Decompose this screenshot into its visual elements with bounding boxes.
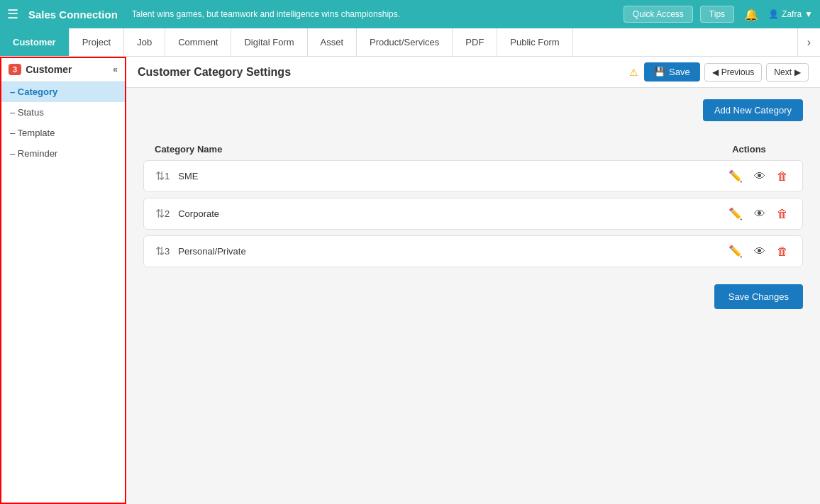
menu-icon[interactable]: ☰ bbox=[7, 6, 18, 22]
sidebar-title: Customer bbox=[26, 64, 72, 75]
tab-bar: Customer Project Job Comment Digital For… bbox=[0, 28, 820, 57]
tab-public-form[interactable]: Public Form bbox=[497, 28, 572, 56]
next-button[interactable]: Next ▶ bbox=[766, 63, 809, 82]
row-name-2: Corporate bbox=[178, 208, 734, 219]
tab-pdf[interactable]: PDF bbox=[453, 28, 497, 56]
sidebar-item-template[interactable]: – Template bbox=[1, 123, 125, 143]
previous-button[interactable]: ◀ Previous bbox=[704, 63, 763, 82]
tab-digital-form[interactable]: Digital Form bbox=[231, 28, 307, 56]
sidebar-badge: 3 bbox=[9, 64, 21, 75]
tagline: Talent wins games, but teamwork and inte… bbox=[132, 9, 616, 19]
save-label: Save bbox=[669, 67, 690, 77]
view-button-2[interactable]: 👁 bbox=[751, 206, 768, 222]
delete-button-3[interactable]: 🗑 bbox=[774, 244, 791, 259]
sidebar-item-reminder[interactable]: – Reminder bbox=[1, 143, 125, 164]
row-actions-2: ✏️ 👁 🗑 bbox=[734, 206, 791, 222]
user-menu[interactable]: 👤 Zafra ▼ bbox=[768, 9, 813, 19]
tab-project[interactable]: Project bbox=[70, 28, 124, 56]
tab-arrow-right[interactable]: › bbox=[797, 28, 820, 56]
brand-logo: Sales Connection bbox=[28, 9, 118, 21]
page-title: Customer Category Settings bbox=[138, 66, 624, 79]
quick-access-button[interactable]: Quick Access bbox=[624, 6, 693, 23]
content-area: Customer Category Settings ⚠ 💾 Save ◀ Pr… bbox=[126, 57, 820, 504]
edit-button-1[interactable]: ✏️ bbox=[726, 168, 746, 184]
tab-customer[interactable]: Customer bbox=[0, 28, 70, 56]
row-number-3: 3 bbox=[165, 246, 170, 257]
next-arrow-icon: ▶ bbox=[794, 67, 801, 77]
sort-arrows-2[interactable]: ⇅ bbox=[155, 207, 165, 220]
tab-product-services[interactable]: Product/Services bbox=[357, 28, 453, 56]
previous-label: Previous bbox=[721, 67, 755, 77]
edit-button-2[interactable]: ✏️ bbox=[726, 206, 746, 222]
row-number-2: 2 bbox=[165, 208, 170, 219]
delete-button-1[interactable]: 🗑 bbox=[774, 169, 791, 184]
row-number-1: 1 bbox=[165, 171, 170, 181]
next-label: Next bbox=[774, 67, 792, 77]
column-header-name: Category Name bbox=[155, 144, 707, 155]
content-header: Customer Category Settings ⚠ 💾 Save ◀ Pr… bbox=[126, 57, 820, 88]
sidebar-collapse-button[interactable]: « bbox=[113, 65, 118, 74]
sidebar-item-category[interactable]: – Category bbox=[1, 82, 125, 102]
tab-comment[interactable]: Comment bbox=[165, 28, 231, 56]
hint-icon: ⚠ bbox=[629, 67, 638, 78]
table-row: ⇅ 2 Corporate ✏️ 👁 🗑 bbox=[143, 198, 803, 230]
save-icon: 💾 bbox=[654, 67, 665, 77]
view-button-1[interactable]: 👁 bbox=[751, 169, 768, 184]
add-new-category-button[interactable]: Add New Category bbox=[703, 99, 803, 121]
tips-button[interactable]: Tips bbox=[700, 6, 734, 23]
sidebar-header: 3 Customer « bbox=[1, 58, 125, 82]
prev-arrow-icon: ◀ bbox=[712, 67, 719, 77]
sidebar: 3 Customer « – Category – Status – Templ… bbox=[0, 57, 126, 504]
header-actions: 💾 Save ◀ Previous Next ▶ bbox=[644, 62, 809, 82]
top-navigation: ☰ Sales Connection Talent wins games, bu… bbox=[0, 0, 820, 28]
tab-asset[interactable]: Asset bbox=[308, 28, 358, 56]
row-actions-3: ✏️ 👁 🗑 bbox=[734, 243, 791, 259]
content-body: Add New Category Category Name Actions ⇅… bbox=[126, 88, 820, 504]
table-row: ⇅ 3 Personal/Private ✏️ 👁 🗑 bbox=[143, 235, 803, 267]
user-name: Zafra bbox=[782, 9, 802, 19]
user-avatar-icon: 👤 bbox=[768, 9, 779, 19]
sort-arrows-3[interactable]: ⇅ bbox=[155, 245, 165, 258]
row-name-3: Personal/Private bbox=[178, 246, 734, 257]
save-changes-button[interactable]: Save Changes bbox=[714, 284, 803, 309]
sort-arrows-1[interactable]: ⇅ bbox=[155, 169, 165, 183]
table-row: ⇅ 1 SME ✏️ 👁 🗑 bbox=[143, 160, 803, 192]
edit-button-3[interactable]: ✏️ bbox=[726, 243, 746, 259]
view-button-3[interactable]: 👁 bbox=[751, 244, 768, 259]
delete-button-2[interactable]: 🗑 bbox=[774, 206, 791, 222]
row-name-1: SME bbox=[178, 171, 734, 181]
table-header: Category Name Actions bbox=[143, 138, 803, 160]
save-button[interactable]: 💾 Save bbox=[644, 62, 700, 82]
sidebar-item-status[interactable]: – Status bbox=[1, 102, 125, 123]
tab-job[interactable]: Job bbox=[124, 28, 165, 56]
main-layout: 3 Customer « – Category – Status – Templ… bbox=[0, 57, 820, 504]
user-dropdown-icon: ▼ bbox=[804, 9, 813, 19]
row-actions-1: ✏️ 👁 🗑 bbox=[734, 168, 791, 184]
bell-icon[interactable]: 🔔 bbox=[744, 8, 758, 21]
column-header-actions: Actions bbox=[707, 144, 792, 155]
